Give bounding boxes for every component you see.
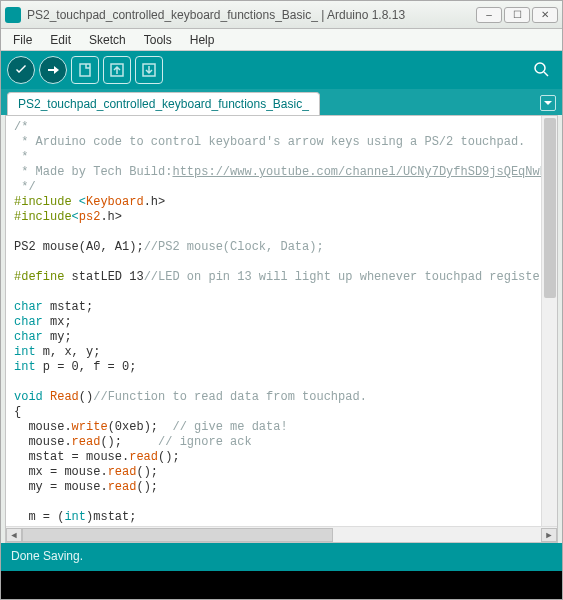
check-icon — [14, 63, 28, 77]
menu-file[interactable]: File — [5, 31, 40, 49]
code-line: * — [14, 150, 28, 164]
menu-edit[interactable]: Edit — [42, 31, 79, 49]
code-line: mouse.write(0xeb); // give me data! — [14, 420, 288, 434]
scroll-right-button[interactable]: ► — [541, 528, 557, 542]
open-sketch-button[interactable] — [103, 56, 131, 84]
serial-monitor-button[interactable] — [528, 56, 556, 84]
svg-point-3 — [535, 63, 545, 73]
menu-help[interactable]: Help — [182, 31, 223, 49]
magnifier-icon — [533, 61, 551, 79]
code-line: * Made by Tech Build:https://www.youtube… — [14, 165, 557, 179]
code-line: #define statLED 13//LED on pin 13 will l… — [14, 270, 557, 284]
tab-menu-button[interactable] — [540, 95, 556, 111]
minimize-button[interactable]: – — [476, 7, 502, 23]
upload-button[interactable] — [39, 56, 67, 84]
code-line: #include<ps2.h> — [14, 210, 122, 224]
arrow-up-icon — [108, 61, 126, 79]
status-message: Done Saving. — [11, 549, 83, 563]
code-line: /* — [14, 120, 28, 134]
svg-rect-0 — [80, 64, 90, 76]
vertical-scrollbar[interactable] — [541, 116, 557, 526]
sketch-tab[interactable]: PS2_touchpad_controlled_keyboard_functio… — [7, 92, 320, 115]
code-line: void Read()//Function to read data from … — [14, 390, 367, 404]
code-line: char mstat; — [14, 300, 93, 314]
code-line: m = (int)mstat; — [14, 510, 136, 524]
code-line: PS2 mouse(A0, A1);//PS2 mouse(Clock, Dat… — [14, 240, 324, 254]
arrow-right-icon — [46, 63, 60, 77]
code-line: int m, x, y; — [14, 345, 100, 359]
code-editor[interactable]: /* * Arduino code to control keyboard's … — [6, 116, 557, 542]
arduino-app-icon — [5, 7, 21, 23]
menu-tools[interactable]: Tools — [136, 31, 180, 49]
chevron-down-icon — [544, 99, 552, 107]
code-line: { — [14, 405, 21, 419]
new-file-icon — [76, 61, 94, 79]
editor-area: /* * Arduino code to control keyboard's … — [5, 115, 558, 543]
horizontal-scrollbar[interactable]: ◄ ► — [6, 526, 557, 542]
window-title: PS2_touchpad_controlled_keyboard_functio… — [27, 8, 476, 22]
arrow-down-icon — [140, 61, 158, 79]
code-line: mouse.read(); // ignore ack — [14, 435, 252, 449]
code-line: char mx; — [14, 315, 72, 329]
code-line: mstat = mouse.read(); — [14, 450, 180, 464]
horizontal-scroll-thumb[interactable] — [22, 528, 333, 542]
save-sketch-button[interactable] — [135, 56, 163, 84]
code-line: char my; — [14, 330, 72, 344]
maximize-button[interactable]: ☐ — [504, 7, 530, 23]
code-line: mx = mouse.read(); — [14, 465, 158, 479]
horizontal-scroll-track[interactable] — [22, 528, 541, 542]
vertical-scroll-thumb[interactable] — [544, 118, 556, 298]
menu-bar: File Edit Sketch Tools Help — [1, 29, 562, 51]
tab-bar: PS2_touchpad_controlled_keyboard_functio… — [1, 89, 562, 115]
code-line: */ — [14, 180, 36, 194]
close-button[interactable]: ✕ — [532, 7, 558, 23]
new-sketch-button[interactable] — [71, 56, 99, 84]
output-console[interactable] — [1, 571, 562, 600]
status-bar: Done Saving. — [1, 543, 562, 571]
code-line: my = mouse.read(); — [14, 480, 158, 494]
window-titlebar: PS2_touchpad_controlled_keyboard_functio… — [1, 1, 562, 29]
code-line: int p = 0, f = 0; — [14, 360, 136, 374]
scroll-left-button[interactable]: ◄ — [6, 528, 22, 542]
code-line: #include <Keyboard.h> — [14, 195, 165, 209]
toolbar — [1, 51, 562, 89]
menu-sketch[interactable]: Sketch — [81, 31, 134, 49]
verify-button[interactable] — [7, 56, 35, 84]
window-controls: – ☐ ✕ — [476, 7, 558, 23]
code-line: * Arduino code to control keyboard's arr… — [14, 135, 525, 149]
